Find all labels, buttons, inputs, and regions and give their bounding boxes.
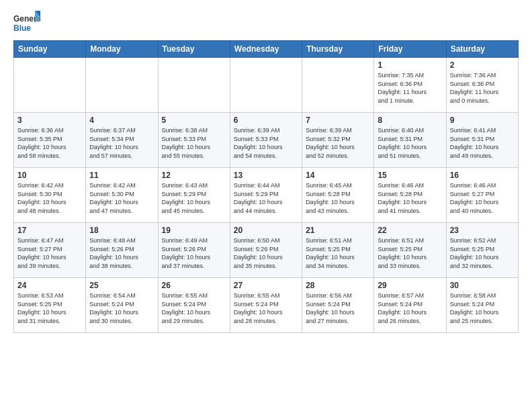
day-info: Sunrise: 6:55 AM Sunset: 5:24 PM Dayligh…: [234, 291, 298, 325]
day-info: Sunrise: 6:44 AM Sunset: 5:29 PM Dayligh…: [234, 181, 298, 215]
day-number: 13: [234, 171, 298, 180]
day-header-wednesday: Wednesday: [230, 41, 302, 58]
calendar-cell: 1Sunrise: 7:35 AM Sunset: 6:36 PM Daylig…: [374, 58, 446, 113]
day-info: Sunrise: 6:36 AM Sunset: 5:35 PM Dayligh…: [17, 126, 82, 160]
week-row-3: 10Sunrise: 6:42 AM Sunset: 5:30 PM Dayli…: [14, 168, 519, 223]
calendar-cell: 17Sunrise: 6:47 AM Sunset: 5:27 PM Dayli…: [14, 223, 86, 278]
day-number: 8: [378, 116, 442, 125]
day-number: 21: [306, 226, 370, 235]
day-number: 18: [89, 226, 154, 235]
day-number: 30: [450, 281, 515, 290]
day-number: 6: [234, 116, 298, 125]
day-header-sunday: Sunday: [14, 41, 86, 58]
calendar-cell: 12Sunrise: 6:43 AM Sunset: 5:29 PM Dayli…: [158, 168, 230, 223]
day-info: Sunrise: 6:38 AM Sunset: 5:33 PM Dayligh…: [162, 126, 226, 160]
day-number: 2: [450, 60, 515, 70]
day-number: 26: [162, 281, 226, 290]
day-number: 14: [306, 171, 370, 180]
day-info: Sunrise: 6:46 AM Sunset: 5:27 PM Dayligh…: [450, 181, 515, 215]
day-info: Sunrise: 6:53 AM Sunset: 5:25 PM Dayligh…: [17, 291, 82, 325]
calendar-table: SundayMondayTuesdayWednesdayThursdayFrid…: [13, 40, 519, 333]
day-info: Sunrise: 6:45 AM Sunset: 5:28 PM Dayligh…: [306, 181, 370, 215]
day-number: 10: [17, 171, 82, 180]
week-row-1: 1Sunrise: 7:35 AM Sunset: 6:36 PM Daylig…: [14, 58, 519, 113]
calendar-cell: 26Sunrise: 6:55 AM Sunset: 5:24 PM Dayli…: [158, 278, 230, 333]
day-number: 5: [162, 116, 226, 125]
calendar-cell: 4Sunrise: 6:37 AM Sunset: 5:34 PM Daylig…: [86, 113, 158, 168]
day-info: Sunrise: 7:36 AM Sunset: 6:36 PM Dayligh…: [450, 71, 515, 105]
calendar-cell: 22Sunrise: 6:51 AM Sunset: 5:25 PM Dayli…: [374, 223, 446, 278]
calendar-cell: 16Sunrise: 6:46 AM Sunset: 5:27 PM Dayli…: [446, 168, 518, 223]
day-info: Sunrise: 6:57 AM Sunset: 5:24 PM Dayligh…: [378, 291, 442, 325]
day-info: Sunrise: 6:49 AM Sunset: 5:26 PM Dayligh…: [162, 236, 226, 270]
day-info: Sunrise: 7:35 AM Sunset: 6:36 PM Dayligh…: [378, 71, 442, 105]
day-number: 7: [306, 116, 370, 125]
day-number: 25: [89, 281, 154, 290]
day-info: Sunrise: 6:40 AM Sunset: 5:31 PM Dayligh…: [378, 126, 442, 160]
calendar-cell: 8Sunrise: 6:40 AM Sunset: 5:31 PM Daylig…: [374, 113, 446, 168]
calendar-cell: 10Sunrise: 6:42 AM Sunset: 5:30 PM Dayli…: [14, 168, 86, 223]
calendar-cell: 15Sunrise: 6:46 AM Sunset: 5:28 PM Dayli…: [374, 168, 446, 223]
day-header-tuesday: Tuesday: [158, 41, 230, 58]
calendar-cell: 27Sunrise: 6:55 AM Sunset: 5:24 PM Dayli…: [230, 278, 302, 333]
calendar-cell: [230, 58, 302, 113]
day-number: 17: [17, 226, 82, 235]
day-info: Sunrise: 6:41 AM Sunset: 5:31 PM Dayligh…: [450, 126, 515, 160]
day-header-friday: Friday: [374, 41, 446, 58]
calendar-cell: 25Sunrise: 6:54 AM Sunset: 5:24 PM Dayli…: [86, 278, 158, 333]
day-number: 11: [89, 171, 154, 180]
day-info: Sunrise: 6:48 AM Sunset: 5:26 PM Dayligh…: [89, 236, 154, 270]
logo: GeneralBlue: [13, 11, 40, 35]
calendar-cell: 14Sunrise: 6:45 AM Sunset: 5:28 PM Dayli…: [302, 168, 374, 223]
day-info: Sunrise: 6:54 AM Sunset: 5:24 PM Dayligh…: [89, 291, 154, 325]
day-info: Sunrise: 6:37 AM Sunset: 5:34 PM Dayligh…: [89, 126, 154, 160]
day-info: Sunrise: 6:52 AM Sunset: 5:25 PM Dayligh…: [450, 236, 515, 270]
day-number: 28: [306, 281, 370, 290]
page: GeneralBlue SundayMondayTuesdayWednesday…: [0, 0, 532, 341]
calendar-body: 1Sunrise: 7:35 AM Sunset: 6:36 PM Daylig…: [14, 58, 519, 333]
calendar-header: SundayMondayTuesdayWednesdayThursdayFrid…: [14, 41, 519, 58]
day-number: 24: [17, 281, 82, 290]
svg-text:Blue: Blue: [13, 24, 31, 33]
calendar-cell: 20Sunrise: 6:50 AM Sunset: 5:26 PM Dayli…: [230, 223, 302, 278]
day-info: Sunrise: 6:56 AM Sunset: 5:24 PM Dayligh…: [306, 291, 370, 325]
day-info: Sunrise: 6:42 AM Sunset: 5:30 PM Dayligh…: [89, 181, 154, 215]
day-number: 15: [378, 171, 442, 180]
day-info: Sunrise: 6:43 AM Sunset: 5:29 PM Dayligh…: [162, 181, 226, 215]
day-number: 4: [89, 116, 154, 125]
calendar-cell: 11Sunrise: 6:42 AM Sunset: 5:30 PM Dayli…: [86, 168, 158, 223]
day-info: Sunrise: 6:47 AM Sunset: 5:27 PM Dayligh…: [17, 236, 82, 270]
calendar-cell: 5Sunrise: 6:38 AM Sunset: 5:33 PM Daylig…: [158, 113, 230, 168]
calendar-cell: 21Sunrise: 6:51 AM Sunset: 5:25 PM Dayli…: [302, 223, 374, 278]
day-number: 3: [17, 116, 82, 125]
day-header-saturday: Saturday: [446, 41, 518, 58]
calendar-cell: [302, 58, 374, 113]
calendar-cell: 7Sunrise: 6:39 AM Sunset: 5:32 PM Daylig…: [302, 113, 374, 168]
day-number: 29: [378, 281, 442, 290]
calendar-cell: 9Sunrise: 6:41 AM Sunset: 5:31 PM Daylig…: [446, 113, 518, 168]
week-row-2: 3Sunrise: 6:36 AM Sunset: 5:35 PM Daylig…: [14, 113, 519, 168]
logo-svg: GeneralBlue: [13, 11, 40, 35]
calendar-cell: 23Sunrise: 6:52 AM Sunset: 5:25 PM Dayli…: [446, 223, 518, 278]
header-row: SundayMondayTuesdayWednesdayThursdayFrid…: [14, 41, 519, 58]
calendar-cell: 3Sunrise: 6:36 AM Sunset: 5:35 PM Daylig…: [14, 113, 86, 168]
calendar-cell: [86, 58, 158, 113]
calendar-cell: 28Sunrise: 6:56 AM Sunset: 5:24 PM Dayli…: [302, 278, 374, 333]
header: GeneralBlue: [13, 11, 519, 35]
calendar-cell: [158, 58, 230, 113]
calendar-cell: 30Sunrise: 6:58 AM Sunset: 5:24 PM Dayli…: [446, 278, 518, 333]
week-row-5: 24Sunrise: 6:53 AM Sunset: 5:25 PM Dayli…: [14, 278, 519, 333]
day-info: Sunrise: 6:58 AM Sunset: 5:24 PM Dayligh…: [450, 291, 515, 325]
day-number: 23: [450, 226, 515, 235]
day-info: Sunrise: 6:50 AM Sunset: 5:26 PM Dayligh…: [234, 236, 298, 270]
calendar-cell: 18Sunrise: 6:48 AM Sunset: 5:26 PM Dayli…: [86, 223, 158, 278]
day-info: Sunrise: 6:55 AM Sunset: 5:24 PM Dayligh…: [162, 291, 226, 325]
calendar-cell: 13Sunrise: 6:44 AM Sunset: 5:29 PM Dayli…: [230, 168, 302, 223]
week-row-4: 17Sunrise: 6:47 AM Sunset: 5:27 PM Dayli…: [14, 223, 519, 278]
day-header-thursday: Thursday: [302, 41, 374, 58]
day-number: 22: [378, 226, 442, 235]
day-number: 1: [378, 60, 442, 70]
calendar-cell: 6Sunrise: 6:39 AM Sunset: 5:33 PM Daylig…: [230, 113, 302, 168]
calendar-cell: [14, 58, 86, 113]
day-info: Sunrise: 6:46 AM Sunset: 5:28 PM Dayligh…: [378, 181, 442, 215]
